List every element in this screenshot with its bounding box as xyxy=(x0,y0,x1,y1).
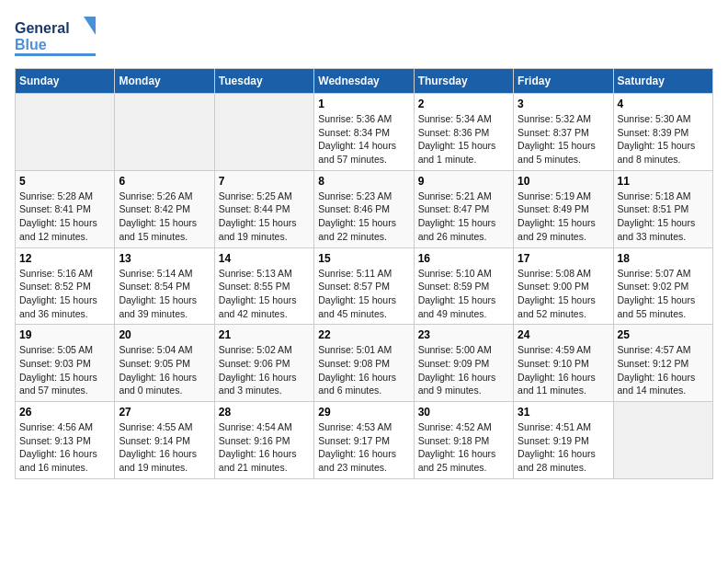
calendar-cell: 14Sunrise: 5:13 AMSunset: 8:55 PMDayligh… xyxy=(214,247,313,325)
day-info: Sunrise: 5:05 AMSunset: 9:03 PMDaylight:… xyxy=(19,343,110,397)
day-number: 31 xyxy=(518,406,609,419)
calendar-cell: 11Sunrise: 5:18 AMSunset: 8:51 PMDayligh… xyxy=(613,170,712,247)
day-info: Sunrise: 5:16 AMSunset: 8:52 PMDaylight:… xyxy=(19,267,110,321)
day-number: 5 xyxy=(19,175,110,188)
day-number: 11 xyxy=(618,175,709,188)
day-info: Sunrise: 5:18 AMSunset: 8:51 PMDaylight:… xyxy=(618,190,709,244)
day-info: Sunrise: 4:52 AMSunset: 9:18 PMDaylight:… xyxy=(418,420,509,475)
calendar-cell: 28Sunrise: 4:54 AMSunset: 9:16 PMDayligh… xyxy=(214,402,313,479)
calendar-cell: 23Sunrise: 5:00 AMSunset: 9:09 PMDayligh… xyxy=(414,325,513,402)
calendar-cell: 21Sunrise: 5:02 AMSunset: 9:06 PMDayligh… xyxy=(214,325,313,402)
day-info: Sunrise: 5:25 AMSunset: 8:44 PMDaylight:… xyxy=(219,190,310,244)
day-number: 19 xyxy=(19,328,110,341)
calendar-cell xyxy=(613,402,712,479)
weekday-header-thursday: Thursday xyxy=(414,69,513,94)
day-number: 10 xyxy=(518,175,609,188)
weekday-header-row: SundayMondayTuesdayWednesdayThursdayFrid… xyxy=(16,69,713,94)
calendar-cell: 15Sunrise: 5:11 AMSunset: 8:57 PMDayligh… xyxy=(314,247,414,325)
calendar-cell xyxy=(214,94,313,171)
day-info: Sunrise: 4:51 AMSunset: 9:19 PMDaylight:… xyxy=(518,420,609,475)
day-info: Sunrise: 5:30 AMSunset: 8:39 PMDaylight:… xyxy=(618,112,709,167)
svg-marker-1 xyxy=(84,17,96,35)
calendar-cell: 9Sunrise: 5:21 AMSunset: 8:47 PMDaylight… xyxy=(414,170,513,247)
day-info: Sunrise: 5:04 AMSunset: 9:05 PMDaylight:… xyxy=(119,343,210,397)
day-info: Sunrise: 5:08 AMSunset: 9:00 PMDaylight:… xyxy=(518,267,609,321)
day-number: 18 xyxy=(618,252,709,265)
day-info: Sunrise: 4:56 AMSunset: 9:13 PMDaylight:… xyxy=(19,420,110,475)
calendar-cell: 20Sunrise: 5:04 AMSunset: 9:05 PMDayligh… xyxy=(115,325,214,402)
calendar-cell: 7Sunrise: 5:25 AMSunset: 8:44 PMDaylight… xyxy=(214,170,313,247)
calendar-week-row: 26Sunrise: 4:56 AMSunset: 9:13 PMDayligh… xyxy=(16,402,713,479)
day-info: Sunrise: 5:01 AMSunset: 9:08 PMDaylight:… xyxy=(318,343,409,397)
calendar-cell: 30Sunrise: 4:52 AMSunset: 9:18 PMDayligh… xyxy=(414,402,513,479)
calendar-week-row: 5Sunrise: 5:28 AMSunset: 8:41 PMDaylight… xyxy=(16,170,713,247)
day-info: Sunrise: 5:02 AMSunset: 9:06 PMDaylight:… xyxy=(219,343,310,397)
logo: General Blue xyxy=(15,15,102,59)
calendar-cell: 10Sunrise: 5:19 AMSunset: 8:49 PMDayligh… xyxy=(514,170,613,247)
day-info: Sunrise: 4:57 AMSunset: 9:12 PMDaylight:… xyxy=(618,343,709,397)
calendar-cell: 27Sunrise: 4:55 AMSunset: 9:14 PMDayligh… xyxy=(115,402,214,479)
day-info: Sunrise: 5:34 AMSunset: 8:36 PMDaylight:… xyxy=(418,112,509,167)
calendar-cell: 18Sunrise: 5:07 AMSunset: 9:02 PMDayligh… xyxy=(613,247,712,325)
calendar-cell: 17Sunrise: 5:08 AMSunset: 9:00 PMDayligh… xyxy=(514,247,613,325)
day-number: 30 xyxy=(418,406,509,419)
weekday-header-friday: Friday xyxy=(514,69,613,94)
calendar-cell: 13Sunrise: 5:14 AMSunset: 8:54 PMDayligh… xyxy=(115,247,214,325)
weekday-header-sunday: Sunday xyxy=(16,69,115,94)
day-info: Sunrise: 5:28 AMSunset: 8:41 PMDaylight:… xyxy=(19,190,110,244)
calendar-cell: 25Sunrise: 4:57 AMSunset: 9:12 PMDayligh… xyxy=(613,325,712,402)
day-number: 9 xyxy=(418,175,509,188)
calendar-cell: 4Sunrise: 5:30 AMSunset: 8:39 PMDaylight… xyxy=(613,94,712,171)
day-number: 4 xyxy=(618,98,709,110)
day-number: 23 xyxy=(418,328,509,341)
day-number: 28 xyxy=(219,406,310,419)
day-info: Sunrise: 5:00 AMSunset: 9:09 PMDaylight:… xyxy=(418,343,509,397)
day-number: 6 xyxy=(119,175,210,188)
day-number: 27 xyxy=(119,406,210,419)
svg-text:General: General xyxy=(15,20,70,36)
calendar-cell: 12Sunrise: 5:16 AMSunset: 8:52 PMDayligh… xyxy=(16,247,115,325)
day-info: Sunrise: 5:10 AMSunset: 8:59 PMDaylight:… xyxy=(418,267,509,321)
day-number: 21 xyxy=(219,328,310,341)
day-info: Sunrise: 4:55 AMSunset: 9:14 PMDaylight:… xyxy=(119,420,210,475)
day-info: Sunrise: 4:53 AMSunset: 9:17 PMDaylight:… xyxy=(318,420,409,475)
day-info: Sunrise: 5:13 AMSunset: 8:55 PMDaylight:… xyxy=(219,267,310,321)
day-number: 14 xyxy=(219,252,310,265)
calendar-cell: 24Sunrise: 4:59 AMSunset: 9:10 PMDayligh… xyxy=(514,325,613,402)
day-number: 16 xyxy=(418,252,509,265)
calendar-cell: 1Sunrise: 5:36 AMSunset: 8:34 PMDaylight… xyxy=(314,94,414,171)
weekday-header-wednesday: Wednesday xyxy=(314,69,414,94)
weekday-header-monday: Monday xyxy=(115,69,214,94)
day-number: 29 xyxy=(318,406,409,419)
svg-text:Blue: Blue xyxy=(15,37,47,52)
calendar-cell: 5Sunrise: 5:28 AMSunset: 8:41 PMDaylight… xyxy=(16,170,115,247)
calendar-cell: 8Sunrise: 5:23 AMSunset: 8:46 PMDaylight… xyxy=(314,170,414,247)
calendar-week-row: 19Sunrise: 5:05 AMSunset: 9:03 PMDayligh… xyxy=(16,325,713,402)
day-number: 1 xyxy=(318,98,409,110)
day-number: 15 xyxy=(318,252,409,265)
day-number: 24 xyxy=(518,328,609,341)
day-number: 12 xyxy=(19,252,110,265)
calendar-cell: 19Sunrise: 5:05 AMSunset: 9:03 PMDayligh… xyxy=(16,325,115,402)
calendar-table: SundayMondayTuesdayWednesdayThursdayFrid… xyxy=(15,68,713,479)
day-info: Sunrise: 5:21 AMSunset: 8:47 PMDaylight:… xyxy=(418,190,509,244)
calendar-cell: 16Sunrise: 5:10 AMSunset: 8:59 PMDayligh… xyxy=(414,247,513,325)
day-number: 25 xyxy=(618,328,709,341)
day-info: Sunrise: 4:54 AMSunset: 9:16 PMDaylight:… xyxy=(219,420,310,475)
calendar-cell xyxy=(16,94,115,171)
day-info: Sunrise: 5:11 AMSunset: 8:57 PMDaylight:… xyxy=(318,267,409,321)
calendar-week-row: 12Sunrise: 5:16 AMSunset: 8:52 PMDayligh… xyxy=(16,247,713,325)
day-info: Sunrise: 5:07 AMSunset: 9:02 PMDaylight:… xyxy=(618,267,709,321)
day-info: Sunrise: 4:59 AMSunset: 9:10 PMDaylight:… xyxy=(518,343,609,397)
logo-svg: General Blue xyxy=(15,15,102,59)
weekday-header-tuesday: Tuesday xyxy=(214,69,313,94)
day-number: 26 xyxy=(19,406,110,419)
calendar-cell: 31Sunrise: 4:51 AMSunset: 9:19 PMDayligh… xyxy=(514,402,613,479)
weekday-header-saturday: Saturday xyxy=(613,69,712,94)
calendar-cell: 29Sunrise: 4:53 AMSunset: 9:17 PMDayligh… xyxy=(314,402,414,479)
day-number: 22 xyxy=(318,328,409,341)
calendar-cell: 6Sunrise: 5:26 AMSunset: 8:42 PMDaylight… xyxy=(115,170,214,247)
calendar-cell: 3Sunrise: 5:32 AMSunset: 8:37 PMDaylight… xyxy=(514,94,613,171)
day-number: 7 xyxy=(219,175,310,188)
calendar-cell: 2Sunrise: 5:34 AMSunset: 8:36 PMDaylight… xyxy=(414,94,513,171)
